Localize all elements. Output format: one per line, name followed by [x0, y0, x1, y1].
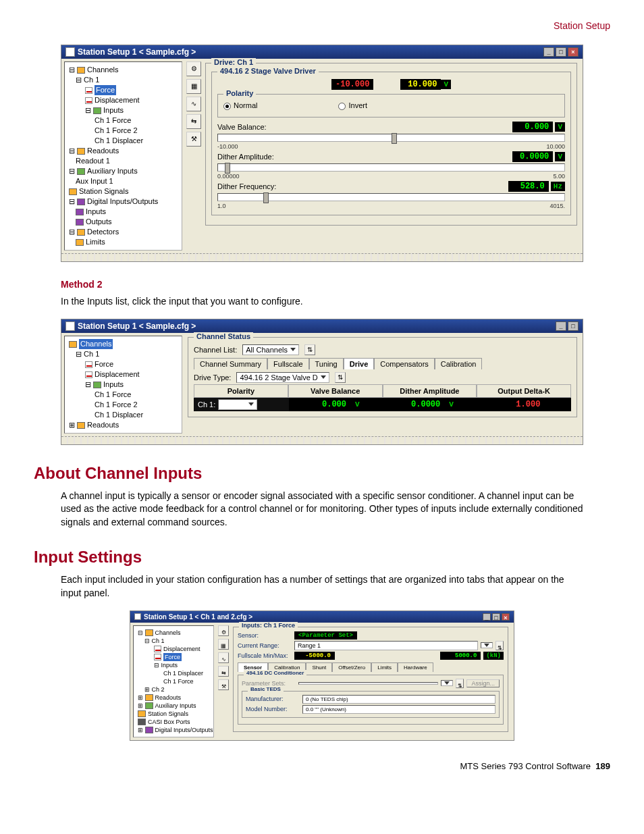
tree-force[interactable]: Force: [135, 653, 212, 661]
tree-dio-inputs[interactable]: Inputs: [66, 207, 180, 217]
tab-calibration[interactable]: Calibration: [435, 358, 483, 369]
tool-btn[interactable]: ⚙: [218, 625, 229, 636]
tool-btn[interactable]: ▦: [218, 639, 229, 650]
tree-force[interactable]: Force: [66, 359, 180, 369]
tree-inputs[interactable]: ⊟ Inputs: [135, 661, 212, 669]
tree-ch2[interactable]: ⊞ Ch 2: [135, 685, 212, 694]
tree-inputs[interactable]: ⊟ Inputs: [66, 380, 180, 390]
tool-btn-5[interactable]: ⚒: [186, 132, 201, 147]
assign-button[interactable]: Assign...: [466, 679, 500, 687]
tree-readouts[interactable]: ⊟ Readouts: [66, 146, 180, 156]
tree-readout1[interactable]: Readout 1: [66, 156, 180, 166]
tree-channels[interactable]: ⊟ Channels: [66, 65, 180, 75]
tree-detectors[interactable]: ⊟ Detectors: [66, 227, 180, 237]
tool-btn[interactable]: ⚒: [218, 679, 229, 690]
tree-aux-inputs[interactable]: ⊞ Auxiliary Inputs: [135, 702, 212, 710]
nav-tree-3[interactable]: ⊟ Channels ⊟ Ch 1 Displacement Force ⊟ I…: [133, 625, 214, 737]
spin-buttons[interactable]: ⇅: [495, 641, 504, 650]
spin-buttons[interactable]: ⇅: [456, 679, 464, 688]
tree-ch1-displacer[interactable]: Ch 1 Displacer: [135, 669, 212, 677]
tree-ch1-force[interactable]: Ch 1 Force: [135, 677, 212, 685]
tree-force[interactable]: Force: [66, 85, 180, 95]
tree-dio[interactable]: ⊟ Digital Inputs/Outputs: [66, 197, 180, 207]
valve-balance-slider[interactable]: [217, 134, 565, 142]
tree-ch1-displacer[interactable]: Ch 1 Displacer: [66, 410, 180, 420]
dither-freq-value[interactable]: 528.0: [508, 181, 549, 192]
minimize-button[interactable]: _: [556, 321, 566, 331]
conditioner-name: 494.16 DC Conditioner: [244, 670, 306, 676]
tree-station-signals[interactable]: Station Signals: [135, 710, 212, 718]
minimize-button[interactable]: _: [543, 47, 554, 57]
tree-station-signals[interactable]: Station Signals: [66, 186, 180, 197]
tab-channel-summary[interactable]: Channel Summary: [194, 358, 267, 369]
spin-buttons[interactable]: ⇅: [335, 372, 346, 383]
tree-ch1-force2[interactable]: Ch 1 Force 2: [66, 126, 180, 136]
nav-tree[interactable]: ⊟ Channels ⊟ Ch 1 Force Displacement ⊟ I…: [64, 61, 182, 251]
tree-displacement[interactable]: Displacement: [135, 645, 212, 653]
tree-ch1-force[interactable]: Ch 1 Force: [66, 115, 180, 126]
dither-amp-value[interactable]: 0.0000: [512, 151, 553, 162]
tab-drive[interactable]: Drive: [344, 358, 375, 369]
polarity-invert-radio[interactable]: Invert: [338, 101, 367, 110]
tree-casi[interactable]: CASI Box Ports: [135, 718, 212, 726]
tab-hardware[interactable]: Hardware: [398, 662, 433, 672]
nav-tree-2[interactable]: Channels ⊟ Ch 1 Force Displacement ⊟ Inp…: [64, 336, 182, 434]
tree-readouts[interactable]: ⊞ Readouts: [66, 420, 180, 430]
tree-ch1[interactable]: ⊟ Ch 1: [66, 75, 180, 85]
tree-dio-outputs[interactable]: Outputs: [66, 217, 180, 227]
row-polarity-combo[interactable]: Normal: [218, 399, 257, 410]
row-od-value[interactable]: 1.000: [504, 399, 544, 410]
maximize-button[interactable]: □: [492, 613, 500, 621]
maximize-button[interactable]: □: [556, 47, 566, 57]
tree-channels[interactable]: Channels: [66, 339, 180, 349]
tab-tuning[interactable]: Tuning: [309, 358, 344, 369]
drive-type-combo[interactable]: 494.16 2 Stage Valve D: [236, 372, 329, 383]
spin-buttons[interactable]: ⇅: [304, 344, 315, 355]
dither-freq-slider[interactable]: [217, 193, 565, 201]
dither-amp-slider[interactable]: [217, 163, 565, 172]
param-caret[interactable]: [441, 680, 453, 686]
vb-max: 10.000: [546, 143, 565, 150]
tool-btn-3[interactable]: ∿: [186, 97, 201, 111]
tool-btn-1[interactable]: ⚙: [186, 61, 201, 76]
tree-channels[interactable]: ⊟ Channels: [135, 629, 212, 637]
valve-balance-value[interactable]: 0.000: [512, 122, 553, 132]
dither-amp-label: Dither Amplitude:: [217, 153, 274, 161]
tool-btn[interactable]: ⇆: [218, 666, 229, 677]
tab-fullscale[interactable]: Fullscale: [267, 358, 308, 369]
tree-ch1-force2[interactable]: Ch 1 Force 2: [66, 400, 180, 410]
tree-aux-input1[interactable]: Aux Input 1: [66, 176, 180, 186]
tree-limits[interactable]: Limits: [66, 237, 180, 247]
maximize-button[interactable]: □: [568, 321, 579, 331]
tree-readouts[interactable]: ⊞ Readouts: [135, 694, 212, 702]
range-caret[interactable]: [481, 642, 493, 648]
tree-ch1-displacer[interactable]: Ch 1 Displacer: [66, 136, 180, 146]
tree-displacement[interactable]: Displacement: [66, 369, 180, 380]
tab-shunt[interactable]: Shunt: [306, 662, 332, 672]
tree-ch1-force[interactable]: Ch 1 Force: [66, 390, 180, 400]
minimize-button[interactable]: _: [483, 613, 491, 621]
tree-dio[interactable]: ⊞ Digital Inputs/Outputs: [135, 726, 212, 734]
row-da-value[interactable]: 0.0000: [404, 399, 444, 410]
close-button[interactable]: ×: [568, 47, 579, 57]
tool-btn[interactable]: ∿: [218, 652, 229, 663]
tree-ch1[interactable]: ⊟ Ch 1: [66, 349, 180, 359]
tab-limits[interactable]: Limits: [371, 662, 398, 672]
current-range-combo[interactable]: Range 1: [294, 641, 478, 650]
tab-offset-zero[interactable]: Offset/Zero: [332, 662, 371, 672]
sensor-value[interactable]: <Parameter Set>: [294, 631, 357, 640]
input-settings-text: Each input included in your station conf…: [61, 573, 583, 600]
row-vb-value[interactable]: 0.000: [310, 399, 350, 410]
tool-btn-4[interactable]: ⇆: [186, 114, 201, 129]
tree-ch1[interactable]: ⊟ Ch 1: [135, 637, 212, 645]
tree-displacement[interactable]: Displacement: [66, 95, 180, 105]
channel-list-combo[interactable]: All Channels: [242, 344, 299, 355]
tab-compensators[interactable]: Compensators: [374, 358, 435, 369]
dither-amp-unit: V: [555, 152, 565, 161]
fullscale-label: Fullscale Min/Max:: [238, 652, 292, 659]
tree-aux-inputs[interactable]: ⊟ Auxiliary Inputs: [66, 166, 180, 176]
polarity-normal-radio[interactable]: Normal: [223, 101, 257, 110]
tree-inputs[interactable]: ⊟ Inputs: [66, 105, 180, 115]
close-button[interactable]: ×: [502, 613, 510, 621]
tool-btn-2[interactable]: ▦: [186, 79, 201, 94]
